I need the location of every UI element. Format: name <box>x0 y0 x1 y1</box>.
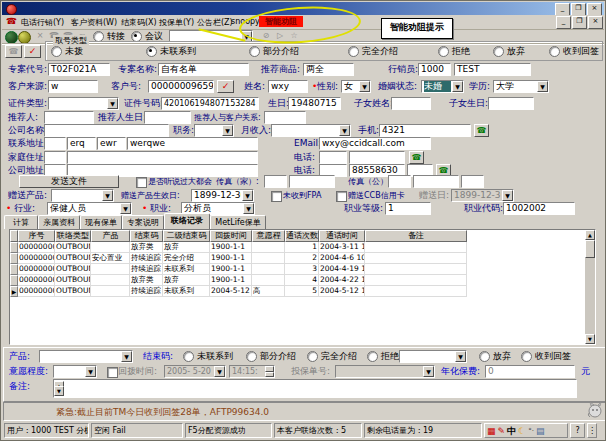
dialtype-radio-signed[interactable]: 收到回签 <box>549 45 599 58</box>
home-phone-area-input[interactable] <box>319 151 347 164</box>
grid-scrollbar[interactable]: ▲ ▼ <box>585 230 595 344</box>
home-addr-input[interactable] <box>67 151 258 164</box>
chevron-down-icon[interactable]: ▼ <box>452 81 463 92</box>
chevron-down-icon[interactable]: ▼ <box>120 203 131 214</box>
col-header-callback[interactable]: 回拨时间 <box>210 230 252 242</box>
chevron-down-icon[interactable]: ▼ <box>85 366 96 377</box>
endcode-radio-full[interactable]: 完全介绍 <box>307 350 357 363</box>
home-phone-dial-icon[interactable]: ☎ <box>409 151 424 164</box>
child-birth-input[interactable] <box>488 97 534 110</box>
referrer-rel-input[interactable] <box>264 111 306 124</box>
scroll-up-icon[interactable]: ▲ <box>585 230 595 240</box>
gender-select[interactable]: 女▼ <box>341 80 371 93</box>
ccb-checkbox[interactable] <box>336 191 347 202</box>
income-select[interactable]: ▼ <box>271 124 351 137</box>
chevron-down-icon[interactable]: ▼ <box>243 203 254 214</box>
case-code-input[interactable]: T02F021A <box>48 63 110 76</box>
col-header-type[interactable]: 联络类型 <box>55 230 91 242</box>
col-header-endcode[interactable]: 结束码 <box>130 230 163 242</box>
menu-telemarketing[interactable]: 电话行销(Y) <box>21 17 64 28</box>
confirm-check-button[interactable]: ✓ <box>24 45 41 58</box>
help-button[interactable]: ? <box>570 423 585 438</box>
child-restore-button[interactable]: ❐ <box>572 16 587 29</box>
chevron-down-icon[interactable]: ▼ <box>107 98 118 109</box>
customer-check-button[interactable]: ✓ <box>217 80 234 93</box>
endcode-radio-notreached[interactable]: 未联系到 <box>183 350 233 363</box>
fax-home-area-input[interactable] <box>264 175 287 188</box>
company-input[interactable] <box>44 124 169 137</box>
bottom-product-select[interactable]: ▼ <box>39 350 133 363</box>
case-name-input[interactable]: 自有名单 <box>158 63 249 76</box>
tray-pen-icon[interactable]: ✎ <box>498 425 506 437</box>
tab-relatives[interactable]: 亲属资料 <box>38 215 80 229</box>
tab-contact-log[interactable]: 联络记录 <box>164 213 210 229</box>
tab-metlife[interactable]: MetLife保单 <box>210 215 266 229</box>
tab-case-notes[interactable]: 专案说明 <box>122 215 164 229</box>
rec-product-input[interactable]: 两全 <box>303 63 354 76</box>
chevron-down-icon[interactable]: ▼ <box>339 125 350 136</box>
mobile-input[interactable]: 4321 <box>379 124 471 137</box>
col-header-product[interactable]: 产品 <box>91 230 130 242</box>
home-phone-input[interactable] <box>349 151 405 164</box>
reject-reason-select[interactable]: ▼ <box>399 350 467 363</box>
gift-select[interactable]: ▼ <box>51 189 114 202</box>
col-header-endcode2[interactable]: 二级结束码 <box>163 230 210 242</box>
source-input[interactable]: w <box>48 80 98 93</box>
birthday-input[interactable]: 19480715 <box>288 97 341 110</box>
fpa-checkbox[interactable] <box>271 191 282 202</box>
contact-addr-code-input[interactable] <box>44 137 66 150</box>
tab-policies[interactable]: 现有保单 <box>80 215 122 229</box>
child-minimize-button[interactable]: _ <box>556 16 571 29</box>
send-file-button[interactable]: 发送文件 <box>19 175 119 188</box>
contact-addr1-input[interactable]: erq <box>67 137 96 150</box>
agent-name-input[interactable]: TEST <box>454 63 531 76</box>
dial-phone-button[interactable]: ☎ <box>5 45 22 58</box>
endcode-radio-reject[interactable]: 拒绝 <box>367 350 399 363</box>
chevron-down-icon[interactable]: ▼ <box>455 351 466 362</box>
child-close-button[interactable]: × <box>588 16 603 29</box>
dialtype-radio-abandon[interactable]: 放弃 <box>493 45 525 58</box>
agent-id-input[interactable]: 1000 <box>418 63 451 76</box>
industry-select[interactable]: 保健人员▼ <box>47 202 132 215</box>
referrer-birth-input[interactable] <box>144 111 191 124</box>
tray-moon-icon[interactable]: ☾ <box>518 425 526 437</box>
job-select[interactable]: ▼ <box>194 124 234 137</box>
scroll-thumb[interactable] <box>585 240 595 258</box>
chevron-down-icon[interactable]: ▼ <box>242 190 253 201</box>
endcode-radio-partial[interactable]: 部分介绍 <box>246 350 296 363</box>
col-header-seq[interactable]: 序号 <box>18 230 55 242</box>
fax-office-input[interactable] <box>413 175 459 188</box>
name-input[interactable]: wxy <box>268 80 308 93</box>
email-input[interactable]: wxy@ccidcall.com <box>319 137 431 150</box>
occ-code-input[interactable]: 1002002 <box>503 202 575 215</box>
col-header-remark[interactable]: 备注 <box>365 230 467 242</box>
referrer-input[interactable] <box>44 111 94 124</box>
dialtype-radio-partial[interactable]: 部分介绍 <box>249 45 299 58</box>
dialtype-radio-notreached[interactable]: 未联系到 <box>146 45 196 58</box>
col-header-count[interactable]: 通话次数 <box>285 230 319 242</box>
contact-addr2-input[interactable]: ewr <box>97 137 126 150</box>
willing-select[interactable]: ▼ <box>53 365 97 378</box>
tab-calc[interactable]: 计算 <box>4 215 38 229</box>
endcode-radio-signed[interactable]: 收到回签 <box>521 350 571 363</box>
contact-addr3-input[interactable]: werqwe <box>127 137 258 150</box>
premium-input[interactable]: 0 <box>485 365 575 378</box>
col-header-willing[interactable]: 意愿程度 <box>252 230 285 242</box>
chevron-down-icon[interactable]: ▼ <box>359 81 370 92</box>
customer-no-input[interactable]: 000000096591 <box>148 80 214 93</box>
menu-bulletin[interactable]: 公告栏(Z) <box>197 17 233 28</box>
heard-checkbox[interactable] <box>136 177 147 188</box>
fax-home-input[interactable] <box>289 175 335 188</box>
menu-policy[interactable]: 投保单(Y) <box>159 17 194 28</box>
scroll-down-icon[interactable]: ▼ <box>585 334 595 344</box>
gift-date-select[interactable]: 1899-12-30▼ <box>191 189 254 202</box>
education-select[interactable]: 大学▼ <box>493 80 549 93</box>
child-name-input[interactable] <box>391 97 431 110</box>
mobile-dial-icon[interactable]: ☎ <box>474 124 489 137</box>
menu-customer-data[interactable]: 客户资料(W) <box>71 17 117 28</box>
col-header-time[interactable]: 通话时间 <box>319 230 365 242</box>
fax-office-area-input[interactable] <box>388 175 411 188</box>
tray-dot-icon[interactable]: °· <box>528 425 534 437</box>
chevron-down-icon[interactable]: ▼ <box>121 351 132 362</box>
endcode-radio-abandon[interactable]: 放弃 <box>479 350 511 363</box>
